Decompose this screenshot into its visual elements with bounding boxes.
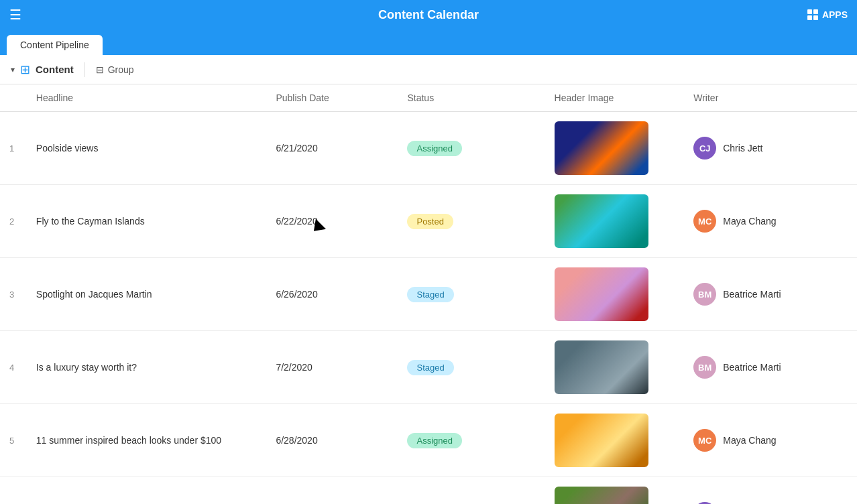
col-header-image[interactable]: Header Image	[548, 84, 687, 112]
cell-status: Posted	[400, 185, 547, 258]
cell-status: Assigned	[400, 112, 547, 185]
writer-name: Beatrice Marti	[723, 289, 781, 300]
cell-header-image	[548, 477, 687, 505]
toolbar-left: ▾ ⊞ Content ⊟ Group	[11, 62, 846, 77]
avatar: CJ	[693, 137, 716, 160]
table-header-row: Headline Publish Date Status Header Imag…	[0, 84, 857, 112]
cell-writer: BMBeatrice Marti	[687, 258, 857, 331]
col-header-writer[interactable]: Writer	[687, 84, 857, 112]
group-button[interactable]: ⊟ Group	[96, 64, 134, 75]
cell-status: Staged	[400, 258, 547, 331]
cell-date: 6/28/2020	[269, 404, 400, 477]
cell-date: 7/2/2020	[269, 331, 400, 404]
header-image	[555, 340, 648, 394]
cell-header-image	[548, 185, 687, 258]
table-row[interactable]: 3Spotlight on Jacques Martin6/26/2020Sta…	[0, 258, 857, 331]
cell-date: 6/21/2020	[269, 112, 400, 185]
avatar: MC	[693, 210, 716, 233]
cell-headline: Is a luxury stay worth it?	[30, 331, 270, 404]
cell-status: Assigned	[400, 477, 547, 505]
writer-name: Chris Jett	[723, 143, 762, 153]
writer-name: Beatrice Marti	[723, 362, 781, 373]
cell-headline: Fly to the Cayman Islands	[30, 185, 270, 258]
header-image	[555, 267, 648, 321]
header-image	[555, 121, 648, 175]
table-row[interactable]: 65 of the most affordable safaris7/3/202…	[0, 477, 857, 505]
cell-headline: 5 of the most affordable safaris	[30, 477, 270, 505]
content-table: Headline Publish Date Status Header Imag…	[0, 84, 857, 504]
tab-content-pipeline[interactable]: Content Pipeline	[7, 35, 103, 55]
app-title: Content Calendar	[378, 8, 479, 22]
cell-date: 6/22/2020◀	[269, 185, 400, 258]
cell-writer: MCMaya Chang	[687, 404, 857, 477]
content-dropdown-arrow[interactable]: ▾	[11, 65, 15, 74]
cell-writer: MCMaya Chang	[687, 185, 857, 258]
table-row[interactable]: 1Poolside views6/21/2020AssignedCJChris …	[0, 112, 857, 185]
top-bar: ☰ Content Calendar APPS	[0, 0, 857, 29]
table-row[interactable]: 511 summer inspired beach looks under $1…	[0, 404, 857, 477]
col-header-num	[0, 84, 30, 112]
content-label: Content	[36, 64, 74, 75]
avatar: BM	[693, 356, 716, 379]
table-icon: ⊞	[20, 62, 30, 77]
header-image	[555, 414, 648, 467]
group-icon: ⊟	[96, 64, 104, 75]
toolbar: ▾ ⊞ Content ⊟ Group	[0, 55, 857, 84]
tab-bar: Content Pipeline	[0, 29, 857, 55]
avatar: BM	[693, 283, 716, 306]
cell-date: 6/26/2020	[269, 258, 400, 331]
avatar: MC	[693, 429, 716, 452]
apps-button[interactable]: APPS	[807, 9, 848, 20]
cell-date: 7/3/2020	[269, 477, 400, 505]
row-number: 6	[0, 477, 30, 505]
table-row[interactable]: 2Fly to the Cayman Islands6/22/2020◀Post…	[0, 185, 857, 258]
col-header-date[interactable]: Publish Date	[269, 84, 400, 112]
cell-status: Assigned	[400, 404, 547, 477]
hamburger-icon[interactable]: ☰	[9, 7, 21, 23]
row-number: 2	[0, 185, 30, 258]
cell-writer: CJChris Jett	[687, 477, 857, 505]
status-badge: Assigned	[407, 433, 461, 448]
header-image	[555, 194, 648, 248]
cell-writer: CJChris Jett	[687, 112, 857, 185]
apps-grid-icon	[807, 9, 818, 20]
row-number: 3	[0, 258, 30, 331]
col-header-status[interactable]: Status	[400, 84, 547, 112]
cell-header-image	[548, 258, 687, 331]
cell-header-image	[548, 404, 687, 477]
toolbar-divider	[84, 62, 85, 77]
status-badge: Staged	[407, 360, 453, 375]
cell-headline: 11 summer inspired beach looks under $10…	[30, 404, 270, 477]
cell-header-image	[548, 112, 687, 185]
row-number: 1	[0, 112, 30, 185]
writer-name: Maya Chang	[723, 216, 776, 227]
header-image	[555, 487, 648, 504]
cell-headline: Poolside views	[30, 112, 270, 185]
table-row[interactable]: 4Is a luxury stay worth it?7/2/2020Stage…	[0, 331, 857, 404]
status-badge: Posted	[407, 214, 453, 229]
writer-name: Maya Chang	[723, 435, 776, 446]
status-badge: Assigned	[407, 141, 461, 156]
cell-status: Staged	[400, 331, 547, 404]
apps-label: APPS	[822, 9, 848, 20]
cell-writer: BMBeatrice Marti	[687, 331, 857, 404]
cell-header-image	[548, 331, 687, 404]
row-number: 5	[0, 404, 30, 477]
cell-headline: Spotlight on Jacques Martin	[30, 258, 270, 331]
group-label: Group	[108, 64, 134, 75]
status-badge: Staged	[407, 287, 453, 302]
tab-label: Content Pipeline	[20, 40, 89, 50]
col-header-headline[interactable]: Headline	[30, 84, 270, 112]
row-number: 4	[0, 331, 30, 404]
table-container: Headline Publish Date Status Header Imag…	[0, 84, 857, 504]
